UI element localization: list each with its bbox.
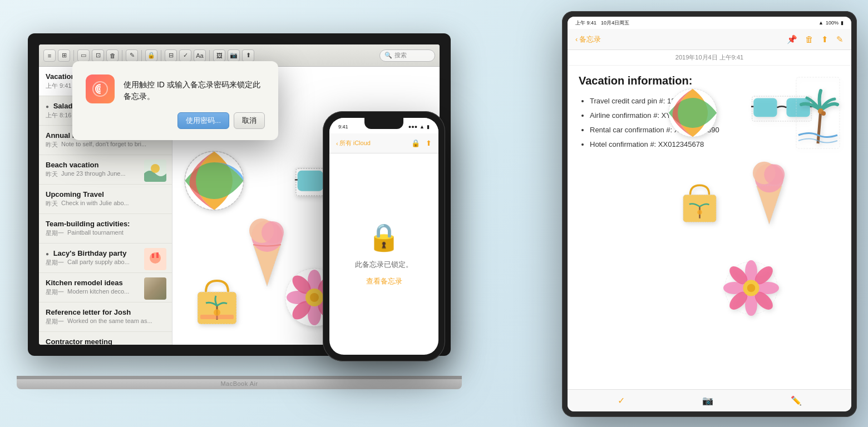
- svg-point-5: [151, 164, 160, 173]
- checklist-button[interactable]: ✓: [179, 49, 191, 62]
- svg-rect-13: [298, 171, 323, 191]
- list-item[interactable]: Team-building activities: 星期一 Paintball …: [39, 214, 172, 244]
- list-item[interactable]: ● Lacy's Birthday party 星期一 Call party s…: [39, 244, 172, 273]
- svg-point-38: [310, 293, 319, 302]
- ipad-delete-icon[interactable]: 🗑: [805, 34, 813, 44]
- iphone-screen: 9:41 ●●● ▲ ▮ ‹ 所有 iCloud 🔒 ⬆: [329, 118, 438, 355]
- gallery-view-button[interactable]: ▭: [77, 49, 90, 62]
- svg-rect-9: [156, 252, 159, 258]
- iphone-locked-content: 🔒 此备忘录已锁定。 查看备忘录: [329, 153, 438, 355]
- svg-point-22: [262, 221, 284, 244]
- iphone-nav-icons: 🔒 ⬆: [411, 139, 432, 147]
- svg-rect-8: [152, 254, 154, 258]
- sidebar-toggle-button[interactable]: ≡: [43, 49, 56, 62]
- ipad-body: 上午 9:41 10月4日周五 ▲ 100% ▮ ‹ 备忘录 📌 🗑: [562, 11, 857, 417]
- iphone: 9:41 ●●● ▲ ▮ ‹ 所有 iCloud 🔒 ⬆: [323, 111, 445, 361]
- list-item[interactable]: Beach vacation 昨天 June 23 through June..…: [39, 155, 172, 185]
- ipad-flower-sticker: [723, 260, 779, 316]
- ipad-draw-icon[interactable]: ✏️: [791, 395, 802, 406]
- attachment-button[interactable]: ⊡: [92, 49, 104, 62]
- grid-view-button[interactable]: ⊞: [58, 49, 70, 62]
- list-item[interactable]: Upcoming Travel 昨天 Check in with Julie a…: [39, 185, 172, 214]
- ipad-icecream-sticker: [748, 160, 790, 227]
- ipad-screen: 上午 9:41 10月4日周五 ▲ 100% ▮ ‹ 备忘录 📌 🗑: [568, 17, 851, 411]
- search-placeholder: 搜索: [394, 51, 407, 59]
- list-item[interactable]: Contractor meeting 2019/8/11 Gary says t…: [39, 332, 172, 345]
- iphone-status-icons: ●●● ▲ ▮: [408, 124, 430, 130]
- iphone-time: 9:41: [338, 124, 348, 130]
- toolbar-separator-3: [141, 50, 142, 61]
- format-button[interactable]: Aa: [194, 49, 206, 62]
- ipad-back-button[interactable]: ‹ 备忘录: [575, 34, 601, 44]
- svg-point-39: [93, 82, 107, 96]
- toolbar-separator-5: [209, 50, 210, 61]
- svg-point-7: [150, 252, 161, 264]
- ipad-checklist-icon[interactable]: ✓: [618, 395, 625, 406]
- note-meta: 昨天 Note to self, don't forget to bri...: [46, 141, 165, 149]
- note-meta: 星期一 Worked on the same team as...: [46, 317, 165, 326]
- list-item[interactable]: Kitchen remodel ideas 星期一 Modern kitchen…: [39, 273, 172, 302]
- ipad-nav-bar: ‹ 备忘录 📌 🗑 ⬆ ✎: [568, 29, 851, 50]
- note-icon: ●: [46, 251, 49, 257]
- lock-button[interactable]: 🔒: [145, 49, 157, 62]
- ipad-date: 10月4日周五: [601, 19, 629, 27]
- cancel-button[interactable]: 取消: [234, 112, 265, 129]
- note-thumbnail: [144, 277, 166, 300]
- ipad-beach-ball-sticker: [668, 88, 718, 138]
- ipad-note-content: Vacation information: Travel credit card…: [568, 66, 851, 389]
- lock-dialog-content: 使用触控 ID 或输入备忘录密码来锁定此备忘录。: [86, 75, 265, 103]
- use-password-button[interactable]: 使用密码...: [177, 112, 229, 129]
- note-icon: ●: [46, 103, 49, 110]
- ipad-compose-icon[interactable]: ✎: [836, 34, 844, 44]
- ipad-status-left: 上午 9:41 10月4日周五: [575, 19, 629, 27]
- toolbar-separator-2: [122, 50, 122, 61]
- iphone-view-note-link[interactable]: 查看备忘录: [366, 276, 402, 286]
- ipad-note-meta: 2019年10月4日 上午9:41: [568, 50, 851, 66]
- search-icon: 🔍: [384, 52, 392, 59]
- tote-bag-sticker: [189, 272, 245, 328]
- ipad-status-bar: 上午 9:41 10月4日周五 ▲ 100% ▮: [568, 17, 851, 29]
- note-title: Team-building activities:: [46, 220, 165, 228]
- note-thumbnail: [144, 248, 166, 270]
- lock-dialog-message: 使用触控 ID 或输入备忘录密码来锁定此备忘录。: [124, 75, 265, 102]
- icecream-sticker: [245, 217, 289, 289]
- ipad-wifi-icon: ▲: [818, 20, 823, 26]
- iphone-body: 9:41 ●●● ▲ ▮ ‹ 所有 iCloud 🔒 ⬆: [323, 111, 445, 361]
- compose-button[interactable]: ✎: [126, 49, 138, 62]
- camera-button[interactable]: 📷: [228, 49, 240, 62]
- svg-point-69: [747, 284, 756, 292]
- iphone-lock-icon[interactable]: 🔒: [411, 139, 420, 147]
- share-button[interactable]: ⬆: [242, 49, 254, 62]
- ipad-battery-icon: ▮: [841, 20, 844, 26]
- iphone-chevron-left-icon: ‹: [336, 140, 338, 147]
- ipad-chevron-left-icon: ‹: [575, 35, 578, 43]
- note-meta: 昨天 Check in with Julie abo...: [46, 200, 165, 208]
- svg-rect-42: [753, 98, 777, 117]
- ipad-share-icon[interactable]: ⬆: [821, 34, 828, 44]
- lock-dialog-buttons: 使用密码... 取消: [86, 112, 265, 129]
- note-thumbnail: [144, 160, 166, 182]
- note-title: Contractor meeting: [46, 337, 165, 345]
- lock-dialog: 使用触控 ID 或输入备忘录密码来锁定此备忘录。 使用密码... 取消: [72, 61, 278, 140]
- iphone-locked-message: 此备忘录已锁定。: [355, 260, 413, 270]
- beach-ball-sticker: [184, 150, 245, 211]
- ipad-battery: 100%: [826, 20, 839, 26]
- iphone-lock-large-icon: 🔒: [367, 222, 401, 253]
- ipad-camera-icon[interactable]: 📷: [702, 395, 713, 406]
- note-meta: 星期一 Paintball tournament: [46, 229, 165, 237]
- search-bar[interactable]: 🔍 搜索: [379, 49, 435, 62]
- table-button[interactable]: ⊟: [165, 49, 177, 62]
- iphone-share-icon[interactable]: ⬆: [426, 139, 432, 147]
- ipad-tote-bag-sticker: [676, 177, 723, 227]
- svg-line-47: [818, 110, 821, 143]
- note-title: Reference letter for Josh: [46, 308, 165, 316]
- ipad-bottom-bar: ✓ 📷 ✏️: [568, 389, 851, 411]
- iphone-back-button[interactable]: ‹ 所有 iCloud: [336, 139, 371, 147]
- ipad-pin-icon[interactable]: 📌: [787, 34, 797, 44]
- delete-button[interactable]: 🗑: [106, 49, 119, 62]
- list-item[interactable]: Reference letter for Josh 星期一 Worked on …: [39, 302, 172, 332]
- media-button[interactable]: 🖼: [213, 49, 225, 62]
- iphone-nav-bar: ‹ 所有 iCloud 🔒 ⬆: [329, 133, 438, 153]
- ipad-back-label: 备忘录: [579, 34, 601, 44]
- ipad-nav-icons: 📌 🗑 ⬆ ✎: [787, 34, 844, 44]
